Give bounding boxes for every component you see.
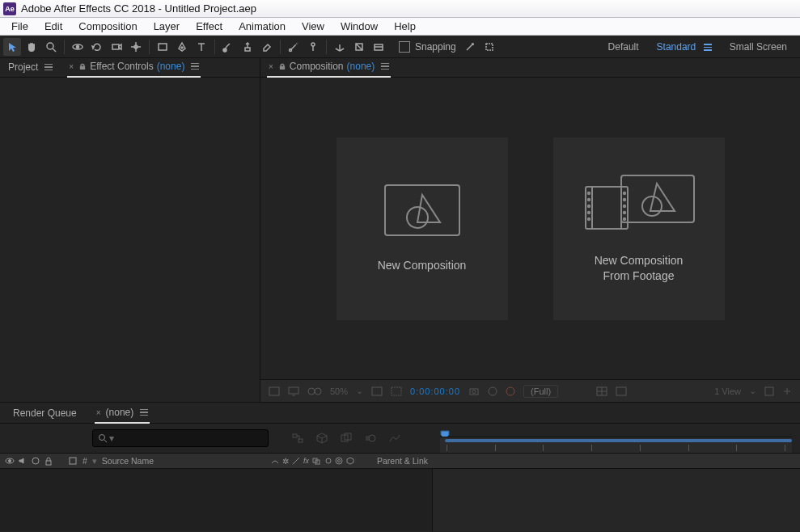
- monitor-icon[interactable]: [288, 386, 299, 396]
- shy-icon[interactable]: [271, 457, 279, 465]
- resolution-icon[interactable]: [371, 386, 383, 396]
- index-column-header[interactable]: #: [78, 456, 92, 466]
- menu-window[interactable]: Window: [332, 19, 386, 34]
- svg-point-41: [623, 211, 624, 213]
- panel-menu-icon[interactable]: [140, 409, 148, 416]
- orbit-camera-tool-icon[interactable]: [69, 38, 87, 56]
- menu-layer[interactable]: Layer: [146, 19, 188, 34]
- parent-link-column-header[interactable]: Parent & Link: [372, 456, 433, 466]
- anchor-point-tool-icon[interactable]: [127, 38, 145, 56]
- workspace-small-screen[interactable]: Small Screen: [730, 41, 787, 53]
- new-composition-from-footage-button[interactable]: New Composition From Footage: [553, 137, 725, 320]
- rectangle-tool-icon[interactable]: [154, 38, 171, 56]
- new-composition-button[interactable]: New Composition: [337, 137, 508, 320]
- zoom-level[interactable]: 50%: [330, 386, 348, 396]
- lock-column-icon[interactable]: [44, 456, 53, 466]
- guides-icon[interactable]: [616, 386, 627, 396]
- glasses-icon[interactable]: [307, 386, 322, 396]
- timeline-track-area[interactable]: [433, 469, 800, 531]
- svg-rect-44: [289, 387, 298, 394]
- zoom-tool-icon[interactable]: [42, 38, 60, 56]
- roi-icon[interactable]: [391, 386, 402, 396]
- lock-icon[interactable]: 🔒︎: [78, 62, 87, 71]
- eye-icon[interactable]: [5, 456, 15, 466]
- snapping-checkbox-icon[interactable]: [399, 41, 410, 53]
- solo-icon[interactable]: [31, 456, 40, 466]
- view-axis-mode-icon[interactable]: [370, 38, 387, 56]
- window-title-bar: Ae Adobe After Effects CC 2018 - Untitle…: [0, 0, 800, 18]
- svg-point-77: [336, 458, 342, 464]
- layer-outline-area[interactable]: [0, 469, 433, 531]
- label-color-icon[interactable]: [68, 456, 78, 466]
- pixel-aspect-icon[interactable]: [764, 386, 774, 396]
- toggle-alpha-icon[interactable]: [269, 386, 280, 396]
- type-tool-icon[interactable]: [193, 38, 210, 56]
- lock-icon[interactable]: 🔒︎: [278, 62, 286, 71]
- brush-tool-icon[interactable]: [219, 38, 237, 56]
- frame-blend-icon[interactable]: [340, 432, 353, 445]
- timecode-display[interactable]: 0:00:00:00: [410, 386, 460, 396]
- puppet-pin-tool-icon[interactable]: [304, 38, 322, 56]
- fx-icon[interactable]: fx: [303, 457, 309, 465]
- comp-mini-flowchart-icon[interactable]: [291, 432, 304, 445]
- menu-effect[interactable]: Effect: [188, 19, 231, 34]
- time-ruler[interactable]: [440, 437, 792, 453]
- snap-to-icon[interactable]: [461, 38, 479, 56]
- draft-3d-icon[interactable]: [315, 432, 328, 445]
- snapshot-icon[interactable]: [468, 386, 480, 396]
- resolution-menu[interactable]: (Full): [523, 385, 558, 398]
- menu-help[interactable]: Help: [386, 19, 424, 34]
- adjustment-layer-icon[interactable]: [335, 457, 343, 465]
- world-axis-mode-icon[interactable]: [350, 38, 368, 56]
- snap-bounds-icon[interactable]: [480, 38, 498, 56]
- svg-rect-43: [269, 387, 279, 395]
- grid-icon[interactable]: [596, 386, 607, 396]
- close-icon[interactable]: ×: [269, 62, 273, 71]
- menu-animation[interactable]: Animation: [231, 19, 294, 34]
- snapping-toggle[interactable]: Snapping: [399, 41, 456, 53]
- quality-icon[interactable]: [292, 457, 300, 465]
- speaker-icon[interactable]: [18, 456, 28, 466]
- workspace-standard[interactable]: Standard: [657, 41, 712, 53]
- show-channel-icon[interactable]: [488, 386, 497, 396]
- svg-point-37: [587, 217, 589, 219]
- view-layout[interactable]: 1 View: [714, 386, 741, 396]
- tab-effect-controls[interactable]: × 🔒︎ Effect Controls (none): [67, 58, 201, 78]
- rotation-tool-icon[interactable]: [88, 38, 106, 56]
- pen-tool-icon[interactable]: [173, 38, 191, 56]
- panel-menu-icon[interactable]: [44, 64, 53, 71]
- menu-file[interactable]: File: [3, 19, 36, 34]
- fast-previews-icon[interactable]: [782, 386, 792, 396]
- hand-tool-icon[interactable]: [23, 38, 40, 56]
- clone-stamp-tool-icon[interactable]: [239, 38, 256, 56]
- panel-menu-icon[interactable]: [381, 63, 389, 70]
- close-icon[interactable]: ×: [96, 408, 101, 417]
- eraser-tool-icon[interactable]: [258, 38, 276, 56]
- tab-render-queue[interactable]: Render Queue: [11, 405, 78, 423]
- svg-point-34: [587, 198, 589, 200]
- color-mgmt-icon[interactable]: [506, 386, 515, 396]
- unified-camera-tool-icon[interactable]: [108, 38, 125, 56]
- source-name-column-header[interactable]: Source Name: [97, 456, 159, 466]
- roto-brush-tool-icon[interactable]: [285, 38, 303, 56]
- frame-blend-switch-icon[interactable]: [312, 457, 320, 465]
- timeline-ruler-area[interactable]: [440, 424, 792, 453]
- motion-blur-icon[interactable]: [364, 432, 377, 445]
- tab-timeline-none[interactable]: × (none): [95, 404, 150, 424]
- svg-point-3: [77, 45, 79, 48]
- tab-composition[interactable]: × 🔒︎ Composition (none): [267, 58, 391, 78]
- collapse-transform-icon[interactable]: ✲: [282, 457, 289, 466]
- timeline-search-input[interactable]: ▾: [92, 429, 269, 447]
- tab-project[interactable]: Project: [6, 59, 54, 77]
- menu-view[interactable]: View: [294, 19, 332, 34]
- motion-blur-switch-icon[interactable]: [324, 457, 332, 465]
- selection-tool-icon[interactable]: [3, 38, 21, 56]
- close-icon[interactable]: ×: [69, 62, 74, 71]
- workspace-default[interactable]: Default: [608, 41, 639, 53]
- menu-composition[interactable]: Composition: [70, 19, 145, 34]
- 3d-layer-icon[interactable]: [346, 457, 354, 465]
- panel-menu-icon[interactable]: [191, 63, 199, 70]
- graph-editor-icon[interactable]: [388, 432, 401, 445]
- local-axis-mode-icon[interactable]: [331, 38, 349, 56]
- menu-edit[interactable]: Edit: [36, 19, 70, 34]
